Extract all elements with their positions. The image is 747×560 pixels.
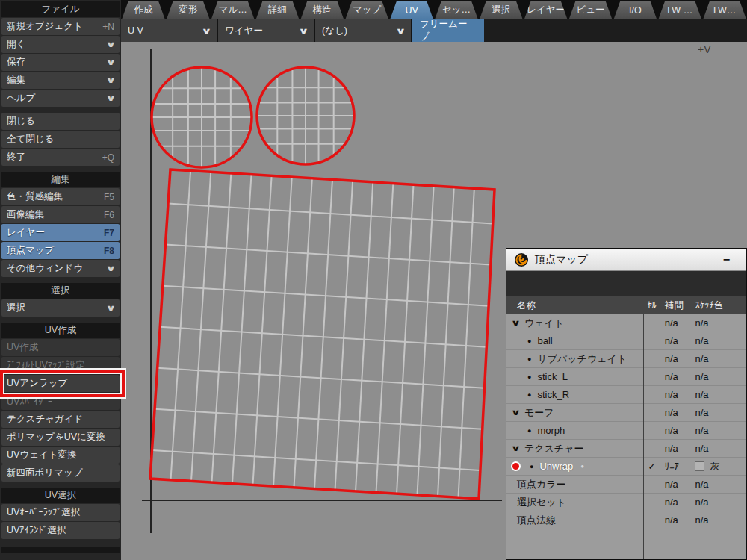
sidebar-item-全て閉じる[interactable]: 全て閉じる <box>1 131 120 148</box>
vmap-row-頂点カラー[interactable]: 頂点カラーn/an/a <box>506 476 746 494</box>
sidebar-item-label: 選択 <box>7 302 108 314</box>
sidebar-item-閉じる[interactable]: 閉じる <box>1 113 120 130</box>
tab-マル…[interactable]: マル… <box>211 1 255 19</box>
tab-I/O[interactable]: I/O <box>613 1 657 19</box>
chevron-down-icon: ∨ <box>105 40 116 49</box>
sidebar-item-選択[interactable]: 選択∨ <box>1 299 120 317</box>
vmap-sketch-cell: n/a <box>690 443 746 454</box>
vmap-name-cell: ∨ウェイト <box>506 317 642 330</box>
vmap-row-ウェイト[interactable]: ∨ウェイトn/an/a <box>506 314 746 332</box>
vmap-name: stick_R <box>537 389 569 400</box>
sidebar-item-label: 色・質感編集 <box>7 190 104 203</box>
vmap-name-cell: ●stick_L <box>506 371 642 382</box>
vmap-sketch-cell: n/a <box>690 497 746 508</box>
vmap-row-頂点法線[interactable]: 頂点法線n/an/a <box>506 511 746 529</box>
texture-select[interactable]: (なし)∨ <box>315 19 412 42</box>
vmap-name-cell: ●stick_R <box>506 389 642 400</box>
vmap-row-Unwrap[interactable]: ●Unwrap●✓ﾘﾆｱ灰 <box>506 458 746 476</box>
sidebar-item-画像編集[interactable]: 画像編集F6 <box>1 206 120 223</box>
sidebar-item-保存[interactable]: 保存∨ <box>1 54 120 71</box>
panel-title: 頂点マップ <box>535 253 723 267</box>
vmap-row-stick_L[interactable]: ●stick_Ln/an/a <box>506 368 746 386</box>
sidebar-item-label: ﾃﾞﾌｫﾙﾄUVﾏｯﾌﾟ設定 <box>7 359 114 372</box>
minimize-button[interactable]: − <box>723 253 730 267</box>
tab-レイヤー[interactable]: レイヤー <box>524 1 568 19</box>
vmap-row-ball[interactable]: ●balln/an/a <box>506 332 746 350</box>
sketch-text: n/a <box>695 371 708 382</box>
vmap-interp-cell: n/a <box>662 317 691 329</box>
column-divider <box>692 314 692 560</box>
sidebar-item-新規オブジェクト[interactable]: 新規オブジェクト+N <box>1 18 120 35</box>
section-gap <box>0 540 121 545</box>
sidebar-item-テクスチャガイド[interactable]: テクスチャガイド <box>1 411 120 428</box>
annotation-red-dot <box>511 461 521 471</box>
sidebar-item-label: 頂点マップ <box>7 244 104 257</box>
vertex-map-panel: 頂点マップ − 名称ｾﾙ補間ｽｹｯﾁ色 ∨ウェイトn/an/a●balln/an… <box>506 248 747 560</box>
tab-ビュー[interactable]: ビュー <box>569 1 613 19</box>
sidebar-item-頂点マップ[interactable]: 頂点マップF8 <box>1 242 120 259</box>
sidebar-item-label: 保存 <box>7 56 108 69</box>
partial-section-strip <box>1 547 120 553</box>
dropdown-value: U V <box>128 25 203 36</box>
sidebar-item-ヘルプ[interactable]: ヘルプ∨ <box>1 90 120 107</box>
vmap-sketch-cell: n/a <box>690 317 746 329</box>
sidebar-item-UVｵｰﾊﾞｰﾗｯﾌﾟ選択[interactable]: UVｵｰﾊﾞｰﾗｯﾌﾟ選択 <box>1 504 120 521</box>
display-mode-select[interactable]: ワイヤー∨ <box>218 19 315 42</box>
tab-LW …[interactable]: LW … <box>658 1 701 19</box>
tab-変形[interactable]: 変形 <box>167 1 210 19</box>
uvmap-select[interactable]: U V∨ <box>121 19 218 42</box>
sidebar-item-その他ウィンドウ[interactable]: その他ウィンドウ∨ <box>1 260 120 277</box>
sidebar-item-新四面ポリマップ[interactable]: 新四面ポリマップ <box>1 464 120 482</box>
section-header-選択: 選択 <box>1 283 120 299</box>
vmap-row-morph[interactable]: ●morphn/an/a <box>506 422 746 440</box>
sketch-text: n/a <box>695 425 708 436</box>
sidebar-item-編集[interactable]: 編集∨ <box>1 72 120 89</box>
tab-構造[interactable]: 構造 <box>300 1 344 19</box>
section-header-ファイル: ファイル <box>1 1 120 17</box>
sidebar-item-label: 画像編集 <box>7 208 104 221</box>
sidebar-item-UVアンラップ[interactable]: UVアンラップ <box>1 375 120 392</box>
sidebar-item-label: UVｽﾊﾟｲﾀﾞｰ <box>7 396 114 407</box>
vmap-name-cell: 選択セット <box>506 496 642 509</box>
chevron-down-icon: ∨ <box>105 264 116 273</box>
section-gap <box>0 317 121 323</box>
free-move-button[interactable]: フリームーブ <box>412 19 484 42</box>
sidebar-item-UVｱｲﾗﾝﾄﾞ選択[interactable]: UVｱｲﾗﾝﾄﾞ選択 <box>1 522 120 539</box>
chevron-down-icon[interactable]: ∨ <box>511 318 521 328</box>
column-header-補間: 補間 <box>662 299 691 312</box>
vmap-row-サブパッチウェイト[interactable]: ●サブパッチウェイトn/an/a <box>506 350 746 368</box>
sketch-text: n/a <box>695 443 708 454</box>
tab-作成[interactable]: 作成 <box>122 1 165 19</box>
tab-LW…[interactable]: LW… <box>703 1 746 19</box>
tab-詳細[interactable]: 詳細 <box>256 1 300 19</box>
sidebar-item-開く[interactable]: 開く∨ <box>1 36 120 53</box>
chevron-down-icon[interactable]: ∨ <box>511 408 521 417</box>
tab-マップ[interactable]: マップ <box>345 1 388 19</box>
vertex-map-titlebar[interactable]: 頂点マップ − <box>506 249 746 271</box>
vmap-name: 頂点法線 <box>517 514 556 527</box>
tab-UV[interactable]: UV <box>390 1 433 19</box>
vmap-interp-cell: n/a <box>662 497 691 508</box>
vmap-row-テクスチャー[interactable]: ∨テクスチャーn/an/a <box>506 440 746 458</box>
bullet-icon: ● <box>530 463 533 470</box>
sidebar-item-レイヤー[interactable]: レイヤーF7 <box>1 224 120 241</box>
sketch-text: n/a <box>695 335 708 346</box>
vmap-name: テクスチャー <box>524 442 584 455</box>
top-tab-bar: 作成変形マル…詳細構造マップUVセッ…選択レイヤービューI/OLW …LW… <box>121 0 747 19</box>
sketch-text: n/a <box>695 514 708 526</box>
sidebar-item-色・質感編集[interactable]: 色・質感編集F5 <box>1 188 120 205</box>
bullet-icon: ● <box>527 373 531 381</box>
sketch-text: n/a <box>695 497 708 508</box>
vmap-row-選択セット[interactable]: 選択セットn/an/a <box>506 494 746 511</box>
sidebar-item-ポリマップをUVに変換[interactable]: ポリマップをUVに変換 <box>1 429 120 446</box>
vmap-row-stick_R[interactable]: ●stick_Rn/an/a <box>506 386 746 404</box>
tab-セッ…[interactable]: セッ… <box>435 1 478 19</box>
sidebar-item-終了[interactable]: 終了+Q <box>1 149 120 166</box>
tab-選択[interactable]: 選択 <box>480 1 523 19</box>
sidebar-item-UVウェイト変換[interactable]: UVウェイト変換 <box>1 447 120 464</box>
vmap-cell-cell: ✓ <box>642 461 662 472</box>
chevron-down-icon[interactable]: ∨ <box>511 444 521 453</box>
shortcut-label: F7 <box>104 228 114 238</box>
vmap-row-モーフ[interactable]: ∨モーフn/an/a <box>506 404 746 422</box>
section-header-UV作成: UV作成 <box>1 323 120 338</box>
